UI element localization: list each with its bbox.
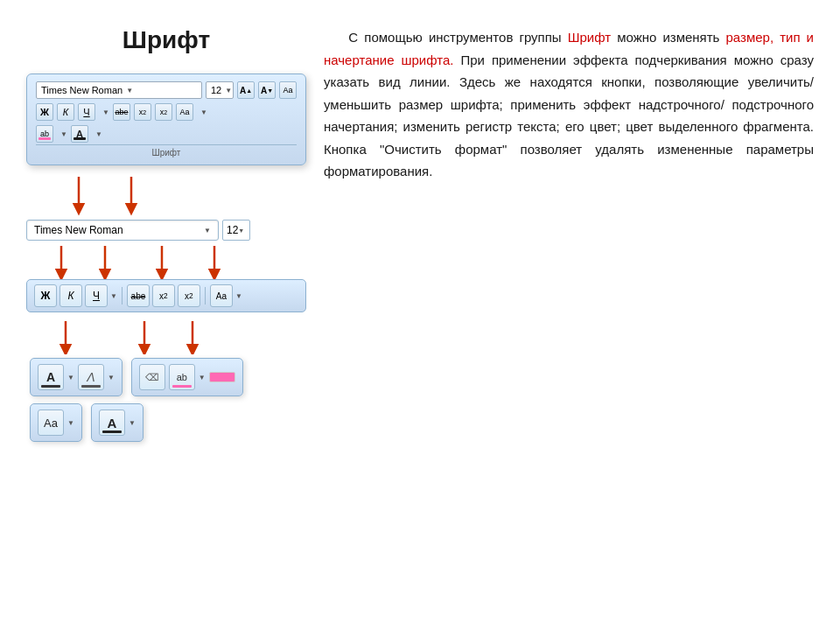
highlight-arrow[interactable]: ▼ [60, 130, 67, 138]
font-size-input[interactable]: 12 ▼ [206, 81, 234, 99]
exp-italic-button[interactable]: К [60, 284, 82, 307]
font-name-dropdown-arrow[interactable]: ▼ [126, 87, 133, 94]
exp-underline-arrow[interactable]: ▼ [110, 292, 117, 300]
text-color-box: A ▼ Λ ▼ [30, 358, 122, 396]
separator-1 [122, 287, 122, 304]
clear-format-mini-button[interactable]: Aa [279, 81, 297, 99]
textcolor-underline-box: A ▼ [91, 403, 144, 442]
changecase-main-button[interactable]: Aa [38, 410, 64, 436]
page-title: Шрифт [26, 26, 306, 54]
font-grow-button[interactable]: A▲ [237, 81, 255, 99]
change-case-button[interactable]: Aa [176, 103, 193, 121]
highlight-color-preview [209, 372, 235, 382]
text-color-arrow[interactable]: ▼ [95, 130, 102, 138]
bottom-mini-area: A ▼ Λ ▼ ⌫ [26, 358, 306, 396]
expanded-font-name-field[interactable]: Times New Roman ▼ [26, 220, 219, 241]
right-panel: С помощью инструментов группы Шрифт можн… [324, 18, 814, 612]
arrows-svg-2 [26, 244, 289, 279]
clear-format-button[interactable]: ⌫ [139, 364, 165, 390]
text-color-alt-button[interactable]: Λ [78, 364, 104, 390]
exp-superscript-button[interactable]: x2 [178, 284, 200, 307]
highlight-button[interactable]: ab [36, 125, 53, 143]
bold-button[interactable]: Ж [36, 103, 53, 121]
text-color-main-arrow[interactable]: ▼ [67, 374, 74, 382]
bottom-mini-area-2: Aa ▼ A ▼ [26, 403, 306, 442]
font-shrink-button[interactable]: A▼ [258, 81, 276, 99]
changecase-main-arrow[interactable]: ▼ [67, 419, 74, 427]
expanded-font-name-arrow[interactable]: ▼ [204, 227, 211, 234]
highlight-box: ⌫ ab ▼ [131, 358, 243, 396]
expanded-size-arrow[interactable]: ▼ [238, 228, 244, 234]
font-size-dropdown-arrow[interactable]: ▼ [225, 87, 232, 94]
superscript-button[interactable]: x2 [155, 103, 172, 121]
exp-underline-button[interactable]: Ч [85, 284, 108, 307]
highlight-main-arrow[interactable]: ▼ [199, 374, 206, 382]
description-paragraph: С помощью инструментов группы Шрифт можн… [324, 26, 814, 183]
expanded-font-name-row: Times New Roman ▼ 12 ▼ [26, 220, 306, 241]
font-name-input[interactable]: Times New Roman ▼ [36, 81, 202, 99]
exp-strikethrough-button[interactable]: abe [127, 284, 150, 307]
expanded-fmt-row: Ж К Ч ▼ abe x2 x2 Aa ▼ [26, 279, 306, 312]
exp-changecase-button[interactable]: Aa [210, 284, 233, 307]
exp-subscript-button[interactable]: x2 [152, 284, 175, 307]
arrows-svg [26, 172, 289, 216]
textcolor-underline-button[interactable]: A [99, 410, 125, 436]
highlight-main-button[interactable]: ab [169, 364, 195, 390]
exp-bold-button[interactable]: Ж [34, 284, 57, 307]
textcolor-underline-arrow[interactable]: ▼ [129, 419, 136, 427]
change-case-arrow[interactable]: ▼ [200, 108, 207, 116]
toolbar-section-label: Шрифт [36, 144, 297, 158]
expanded-font-size-field[interactable]: 12 ▼ [222, 220, 250, 241]
exp-changecase-arrow[interactable]: ▼ [235, 292, 242, 300]
italic-button[interactable]: К [57, 103, 74, 121]
subscript-button[interactable]: x2 [134, 103, 151, 121]
arrows-svg-3 [26, 319, 289, 354]
separator-2 [205, 287, 206, 304]
text-color-button[interactable]: A [71, 125, 88, 143]
text-color-alt-arrow[interactable]: ▼ [108, 374, 115, 382]
font-word-highlight: Шрифт [568, 30, 611, 45]
font-toolbar-box: Times New Roman ▼ 12 ▼ A▲ A▼ Aa Ж К Ч [26, 74, 306, 165]
strikethrough-button[interactable]: abe [113, 103, 130, 121]
underline-arrow[interactable]: ▼ [102, 108, 109, 116]
changecase-box: Aa ▼ [30, 403, 82, 442]
text-color-main-button[interactable]: A [38, 364, 64, 390]
underline-button[interactable]: Ч [78, 103, 95, 121]
